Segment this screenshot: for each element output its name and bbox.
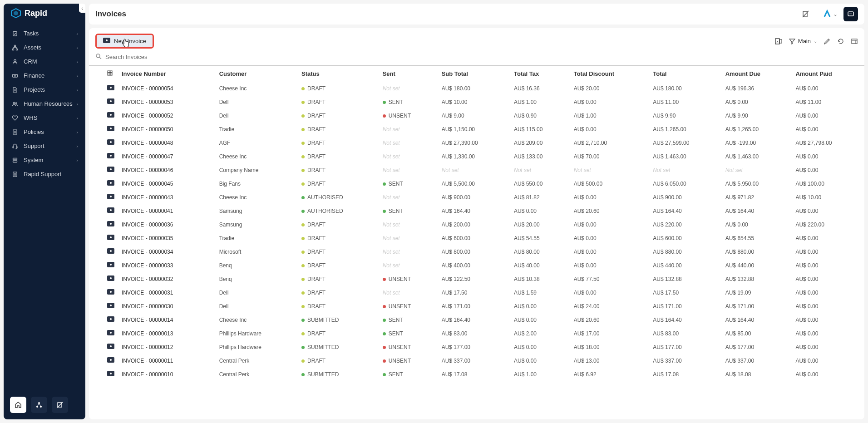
sidebar-item-assets[interactable]: Assets› [6,40,83,54]
table-row[interactable]: INVOICE - 00000011Central PerkDRAFTUNSEN… [89,354,864,368]
sidebar-item-label: System [24,157,43,163]
refresh-button[interactable] [837,38,844,45]
sidebar-item-system[interactable]: System› [6,153,83,167]
table-scroll[interactable]: Invoice NumberCustomerStatusSentSub Tota… [89,66,864,419]
sidebar-item-tasks[interactable]: Tasks› [6,26,83,40]
sidebar-bottom-tools [4,390,85,419]
table-row[interactable]: INVOICE - 00000046Company NameDRAFTNot s… [89,163,864,177]
subtotal-cell: AU$ 200.00 [438,218,510,231]
sidebar-collapse-button[interactable]: ‹ [79,4,85,13]
table-row[interactable]: INVOICE - 00000030DellDRAFTUNSENTAU$ 171… [89,300,864,313]
paid-cell: AU$ 0.00 [792,327,864,340]
table-row[interactable]: INVOICE - 00000013Phillips HardwareDRAFT… [89,327,864,340]
total-cell: AU$ 164.40 [649,313,721,327]
invoice-number-cell: INVOICE - 00000032 [118,272,216,286]
table-row[interactable]: INVOICE - 00000047Cheese IncDRAFTNot set… [89,150,864,163]
sidebar-item-support[interactable]: Support› [6,139,83,153]
invoice-number-cell: INVOICE - 00000010 [118,368,216,381]
chat-button[interactable] [843,7,858,21]
column-header[interactable]: Customer [216,66,298,82]
cell-value: AU$ 880.00 [653,249,681,255]
cell-not-set: Not set [653,167,670,173]
table-row[interactable]: INVOICE - 00000043Cheese IncAUTHORISEDNo… [89,191,864,204]
tax-cell: AU$ 0.90 [510,109,570,123]
subtotal-cell: AU$ 164.40 [438,204,510,218]
cell-value: AU$ 10.00 [442,99,468,105]
column-header[interactable]: Total Tax [510,66,570,82]
sidebar-item-rapid-support[interactable]: Rapid Support [6,167,83,181]
sidebar-item-crm[interactable]: CRM› [6,54,83,69]
column-header[interactable]: Amount Paid [792,66,864,82]
sidebar-item-projects[interactable]: Projects› [6,83,83,97]
sidebar-item-finance[interactable]: Finance› [6,69,83,83]
svg-rect-18 [13,147,14,148]
nav-icon [11,115,19,121]
status-dot [301,196,305,199]
table-row[interactable]: INVOICE - 00000054Cheese IncDRAFTNot set… [89,82,864,95]
due-cell: AU$ 18.08 [722,368,792,381]
discount-cell: AU$ 0.00 [570,218,650,231]
total-cell: AU$ 132.88 [649,272,721,286]
table-row[interactable]: INVOICE - 00000035TradieDRAFTNot setAU$ … [89,231,864,245]
cell-value: AU$ 0.00 [574,99,597,105]
home-tool-button[interactable] [10,397,26,413]
column-header-icon[interactable] [89,66,118,82]
column-header[interactable]: Amount Due [722,66,792,82]
sent-dot [383,278,386,281]
brand-selector[interactable]: ⌄ [823,10,837,19]
header-bar: Invoices ⌄ [89,4,864,25]
filter-label: Main [798,38,811,44]
sidebar-item-label: CRM [24,58,37,65]
paid-cell: AU$ 0.00 [792,204,864,218]
column-header[interactable]: Sub Total [438,66,510,82]
pencil-icon [824,38,831,45]
status-dot [301,346,305,349]
invoice-icon [107,85,114,90]
status-cell: DRAFT [298,95,379,109]
network-tool-button[interactable] [31,397,47,413]
table-row[interactable]: INVOICE - 00000032BenqDRAFTUNSENTAU$ 122… [89,272,864,286]
column-header[interactable]: Total Discount [570,66,650,82]
app-logo[interactable]: Rapid [4,4,85,26]
new-invoice-button[interactable]: New Invoice [95,34,154,49]
sidebar-item-policies[interactable]: Policies› [6,125,83,139]
table-row[interactable]: INVOICE - 00000031DellDRAFTNot setAU$ 17… [89,286,864,300]
column-header[interactable]: Sent [379,66,438,82]
search-input[interactable] [105,54,242,60]
table-row[interactable]: INVOICE - 00000010Central PerkSUBMITTEDS… [89,368,864,381]
table-row[interactable]: INVOICE - 00000033BenqDRAFTNot setAU$ 40… [89,259,864,272]
paid-cell: AU$ 11.00 [792,95,864,109]
table-row[interactable]: INVOICE - 00000050TradieDRAFTNot setAU$ … [89,123,864,136]
status-dot [301,169,305,172]
layout-button[interactable] [851,38,858,45]
table-row[interactable]: INVOICE - 00000034MicrosoftDRAFTNot setA… [89,245,864,259]
sidebar-item-human-resources[interactable]: Human Resources› [6,97,83,111]
total-cell: AU$ 177.00 [649,340,721,354]
header-notification-button[interactable] [801,10,809,18]
filter-selector[interactable]: Main ⌄ [789,38,817,44]
table-row[interactable]: INVOICE - 00000048AGFDRAFTNot setAU$ 27,… [89,136,864,150]
table-row[interactable]: INVOICE - 00000052DellDRAFTUNSENTAU$ 9.0… [89,109,864,123]
cell-value: AU$ 0.00 [514,303,537,310]
svg-point-7 [14,59,16,62]
table-row[interactable]: INVOICE - 00000041SamsungAUTHORISEDSENTA… [89,204,864,218]
table-row[interactable]: INVOICE - 00000036SamsungDRAFTNot setAU$… [89,218,864,231]
discount-cell: AU$ 20.60 [570,313,650,327]
edit-button[interactable] [824,38,831,45]
column-header[interactable]: Status [298,66,379,82]
table-row[interactable]: INVOICE - 00000045Big FansDRAFTSENTAU$ 5… [89,177,864,191]
sidebar-item-whs[interactable]: WHS› [6,111,83,125]
table-row[interactable]: INVOICE - 00000053DellDRAFTSENTAU$ 10.00… [89,95,864,109]
column-header[interactable]: Invoice Number [118,66,216,82]
table-row[interactable]: INVOICE - 00000014Cheese IncSUBMITTEDSEN… [89,313,864,327]
table-row[interactable]: INVOICE - 00000012Phillips HardwareSUBMI… [89,340,864,354]
cell-value: AU$ 1.00 [514,371,537,378]
cell-value: AU$ 19.09 [725,290,751,296]
cell-not-set: Not set [383,194,400,201]
export-excel-button[interactable]: x [774,37,783,45]
total-cell: AU$ 1,463.00 [649,150,721,163]
app-name: Rapid [25,9,47,18]
notification-tool-button[interactable] [52,397,68,413]
column-header[interactable]: Total [649,66,721,82]
status-dot [301,278,305,281]
